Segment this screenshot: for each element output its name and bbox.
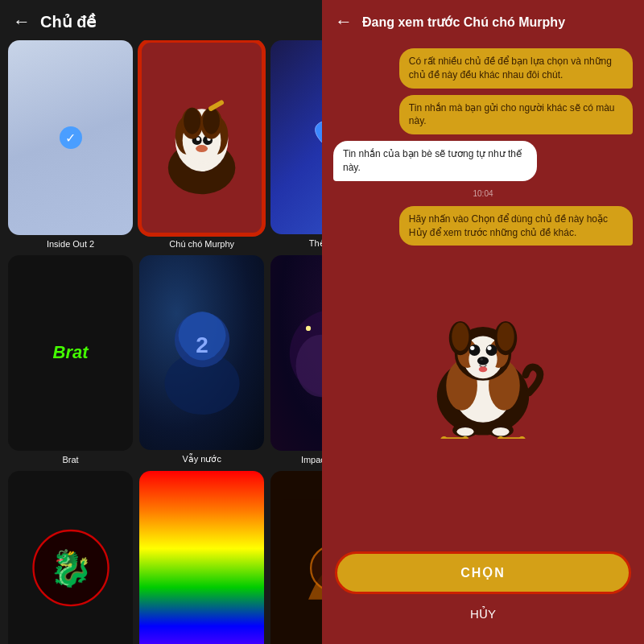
message-bubble-left-1: Tin nhắn của bạn bè sẽ tương tự như thế … (333, 141, 537, 181)
impact-svg: ♪ (283, 275, 322, 431)
svg-text:🐉: 🐉 (49, 547, 93, 589)
murphy-preview-svg (142, 43, 262, 233)
theme-item-tuhao[interactable]: Tự hào (139, 471, 264, 644)
dragon-svg: 🐉 (21, 490, 121, 644)
theme-card-murphy[interactable] (139, 40, 264, 235)
svg-point-25 (306, 325, 311, 330)
svg-point-52 (479, 366, 488, 372)
svg-point-45 (497, 323, 514, 351)
theme-card-cod[interactable]: ☠ (270, 471, 322, 644)
message-time: 10:04 (473, 189, 493, 198)
theme-card-tuhao[interactable] (139, 471, 264, 644)
svg-point-15 (184, 108, 200, 134)
heart-svg (311, 115, 322, 159)
theme-card-thevan[interactable] (270, 40, 322, 234)
svg-point-44 (452, 323, 469, 351)
huy-button[interactable]: HỦY (335, 601, 631, 628)
theme-card-brat[interactable]: Brat (8, 255, 133, 450)
message-bubble-right-3: Hãy nhấn vào Chọn để dùng chủ đề này hoặ… (399, 206, 633, 246)
cod-svg: ☠ (283, 490, 322, 644)
theme-item-rong[interactable]: 🐉 Gia tộc Rồng (8, 471, 133, 644)
theme-item-vaynuoc[interactable]: 2 Vẫy nước (139, 255, 264, 464)
theme-card-impact[interactable]: ♪ (270, 255, 322, 450)
right-title: Đang xem trước Chú chó Murphy (362, 14, 565, 30)
theme-label-brat: Brat (62, 455, 78, 464)
svg-point-50 (477, 357, 489, 365)
themes-grid: ✓ Inside Out 2 (0, 40, 322, 644)
theme-label-thevan: Thể vận hội (309, 238, 322, 249)
water-svg: 2 (152, 275, 252, 430)
svg-point-10 (196, 137, 200, 140)
theme-item-thevan[interactable]: Thể vận hội (270, 40, 322, 249)
back-arrow-right[interactable]: ← (335, 11, 353, 32)
theme-label-vaynuoc: Vẫy nước (182, 454, 221, 464)
left-header: ← Chủ đề (0, 0, 322, 40)
murphy-dog-svg (411, 262, 555, 439)
theme-card-rong[interactable]: 🐉 (8, 471, 133, 644)
back-arrow-left[interactable]: ← (13, 11, 31, 32)
theme-item-murphy[interactable]: Chú chó Murphy (139, 40, 264, 249)
svg-point-49 (487, 346, 491, 350)
svg-point-55 (456, 427, 473, 436)
message-bubble-right-2: Tin nhắn mà bạn gửi cho người khác sẽ có… (399, 95, 633, 135)
theme-item-inside-out-2[interactable]: ✓ Inside Out 2 (8, 40, 133, 249)
theme-card-vaynuoc[interactable]: 2 (139, 255, 264, 449)
svg-point-46 (469, 345, 480, 356)
svg-point-62 (518, 436, 526, 439)
theme-item-impact[interactable]: ♪ Impact Throug... (270, 255, 322, 464)
message-bubble-right-1: Có rất nhiều chủ đề để bạn lựa chọn và n… (399, 48, 633, 89)
brat-text: Brat (53, 342, 89, 363)
svg-text:2: 2 (196, 332, 208, 357)
left-panel: ← Chủ đề ✓ Inside Out 2 (0, 0, 322, 644)
theme-label-murphy: Chú chó Murphy (169, 239, 234, 249)
svg-point-51 (480, 358, 483, 361)
theme-label-impact: Impact Throug... (301, 455, 322, 464)
theme-label-inside-out: Inside Out 2 (47, 239, 94, 249)
svg-point-12 (196, 145, 208, 152)
chon-button[interactable]: CHỌN (335, 551, 631, 594)
chat-area: Có rất nhiều chủ đề để bạn lựa chọn và n… (322, 40, 644, 543)
svg-point-47 (486, 345, 497, 356)
theme-card-inside-out[interactable]: ✓ (8, 40, 133, 235)
theme-item-brat[interactable]: Brat Brat (8, 255, 133, 464)
svg-point-16 (203, 108, 220, 134)
theme-item-cod[interactable]: ☠ Call of Duty (270, 471, 322, 644)
bottom-buttons: CHỌN HỦY (322, 543, 644, 644)
svg-point-58 (440, 436, 448, 439)
right-panel: ← Đang xem trước Chú chó Murphy Có rất n… (322, 0, 644, 644)
svg-point-56 (492, 427, 509, 436)
right-header: ← Đang xem trước Chú chó Murphy (322, 0, 644, 40)
svg-point-48 (470, 346, 474, 350)
dog-preview (402, 278, 564, 439)
left-title: Chủ đề (40, 12, 96, 31)
selected-check: ✓ (60, 126, 82, 149)
